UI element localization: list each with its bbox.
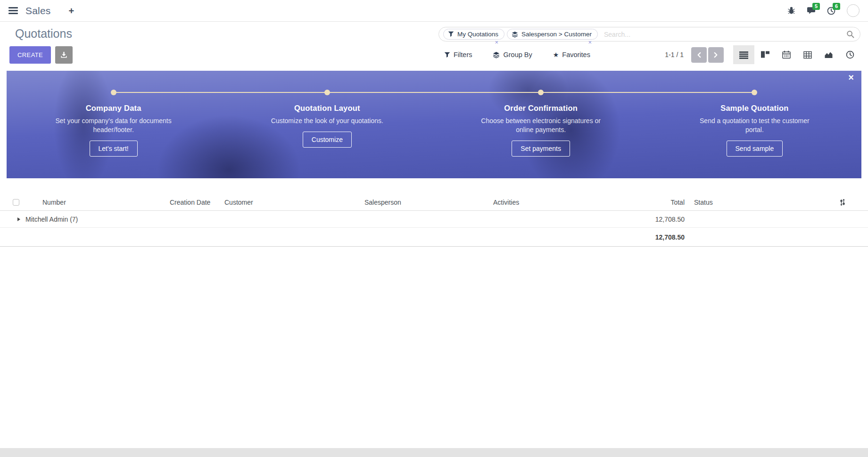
pager-previous-button[interactable] bbox=[691, 47, 707, 63]
filters-label: Filters bbox=[454, 51, 472, 58]
favorites-label: Favorites bbox=[562, 51, 590, 58]
step-description: Set your company's data for documents he… bbox=[50, 116, 177, 134]
column-header-salesperson[interactable]: Salesperson bbox=[364, 199, 493, 206]
facet-label: Salesperson > Customer bbox=[521, 31, 592, 38]
step-dot bbox=[324, 90, 330, 95]
chevron-right-icon bbox=[713, 52, 719, 58]
onboarding-step-sample-quotation: Sample Quotation Send a quotation to tes… bbox=[648, 71, 861, 178]
view-switcher bbox=[733, 45, 860, 64]
list-view-button[interactable] bbox=[733, 45, 754, 64]
search-facet-groupby[interactable]: Salesperson > Customer × bbox=[507, 29, 598, 40]
app-name[interactable]: Sales bbox=[25, 5, 51, 17]
favorites-button[interactable]: ★ Favorites bbox=[553, 51, 590, 58]
step-dot bbox=[538, 90, 544, 95]
column-header-activities[interactable]: Activities bbox=[493, 199, 639, 206]
filter-icon bbox=[444, 52, 450, 58]
onboarding-banner: Company Data Set your company's data for… bbox=[7, 71, 861, 178]
facet-remove-icon[interactable]: × bbox=[588, 39, 592, 45]
download-icon bbox=[60, 51, 67, 58]
sum-total: 12,708.50 bbox=[639, 233, 685, 241]
customize-button[interactable]: Customize bbox=[303, 132, 352, 148]
graph-view-icon bbox=[824, 51, 833, 58]
calendar-view-button[interactable] bbox=[776, 45, 797, 64]
layers-icon bbox=[512, 31, 518, 38]
messages-badge: 5 bbox=[812, 3, 820, 10]
star-icon: ★ bbox=[553, 51, 559, 58]
step-dot bbox=[111, 90, 116, 95]
activity-clock-icon bbox=[846, 50, 854, 59]
debug-bug-icon[interactable] bbox=[787, 7, 795, 15]
onboarding-step-order-confirmation: Order Confirmation Choose between electr… bbox=[434, 71, 648, 178]
filter-icon bbox=[448, 31, 454, 37]
column-header-number[interactable]: Number bbox=[26, 199, 170, 206]
group-by-label: Group By bbox=[503, 51, 532, 58]
quotations-list: Number Creation Date Customer Salesperso… bbox=[0, 194, 868, 247]
bottom-strip bbox=[0, 448, 868, 457]
facet-label: My Quotations bbox=[457, 31, 498, 38]
group-by-button[interactable]: Group By bbox=[493, 51, 532, 58]
pager-next-button[interactable] bbox=[708, 47, 724, 63]
step-title: Order Confirmation bbox=[434, 104, 648, 113]
select-all-checkbox[interactable] bbox=[13, 199, 19, 206]
group-row-mitchell-admin[interactable]: Mitchell Admin (7) 12,708.50 bbox=[0, 211, 868, 228]
kanban-view-icon bbox=[761, 51, 769, 59]
search-icon[interactable] bbox=[846, 30, 854, 38]
filters-button[interactable]: Filters bbox=[444, 51, 472, 58]
graph-view-button[interactable] bbox=[818, 45, 839, 64]
search-bar[interactable]: My Quotations × Salesperson > Customer × bbox=[438, 27, 860, 42]
pager: 1-1 / 1 bbox=[665, 47, 724, 63]
plus-icon[interactable]: + bbox=[69, 6, 74, 16]
step-description: Choose between electronic signatures or … bbox=[477, 116, 604, 134]
step-title: Sample Quotation bbox=[648, 104, 861, 113]
user-avatar[interactable] bbox=[847, 4, 860, 17]
close-icon[interactable]: × bbox=[848, 73, 854, 82]
column-header-customer[interactable]: Customer bbox=[224, 199, 364, 206]
column-header-total[interactable]: Total bbox=[639, 199, 685, 206]
group-label: Mitchell Admin (7) bbox=[25, 216, 78, 223]
onboarding-step-quotation-layout: Quotation Layout Customize the look of y… bbox=[220, 71, 434, 178]
kanban-view-button[interactable] bbox=[754, 45, 776, 64]
pivot-view-button[interactable] bbox=[797, 45, 818, 64]
lets-start-button[interactable]: Let's start! bbox=[90, 141, 138, 157]
search-input[interactable] bbox=[600, 31, 846, 38]
column-header-creation-date[interactable]: Creation Date bbox=[170, 199, 224, 206]
pivot-view-icon bbox=[803, 51, 812, 59]
activity-view-button[interactable] bbox=[839, 45, 860, 64]
list-view-icon bbox=[739, 51, 748, 59]
list-sum-row: 12,708.50 bbox=[0, 228, 868, 247]
create-button[interactable]: CREATE bbox=[9, 46, 51, 64]
activities-clock-icon[interactable]: 6 bbox=[827, 7, 835, 15]
step-title: Company Data bbox=[7, 104, 220, 113]
calendar-view-icon bbox=[782, 50, 791, 59]
onboarding-step-company-data: Company Data Set your company's data for… bbox=[7, 71, 220, 178]
pager-value: 1-1 / 1 bbox=[665, 51, 684, 58]
step-description: Send a quotation to test the customer po… bbox=[691, 116, 818, 134]
apps-menu-icon[interactable] bbox=[8, 7, 18, 14]
top-navbar: Sales + 5 6 bbox=[0, 0, 868, 22]
set-payments-button[interactable]: Set payments bbox=[512, 141, 570, 157]
send-sample-button[interactable]: Send sample bbox=[727, 141, 783, 157]
group-total: 12,708.50 bbox=[639, 216, 685, 223]
step-description: Customize the look of your quotations. bbox=[264, 116, 391, 125]
layers-icon bbox=[493, 51, 500, 58]
facet-remove-icon[interactable]: × bbox=[495, 39, 498, 45]
step-title: Quotation Layout bbox=[220, 104, 434, 113]
messages-icon[interactable]: 5 bbox=[807, 7, 816, 15]
control-panel: Quotations My Quotations × Salesperson >… bbox=[0, 22, 868, 71]
optional-columns-button[interactable] bbox=[765, 199, 868, 206]
list-header-row: Number Creation Date Customer Salesperso… bbox=[0, 194, 868, 211]
group-expand-caret-icon[interactable] bbox=[17, 217, 20, 221]
sliders-icon bbox=[839, 199, 846, 206]
step-dot bbox=[752, 90, 757, 95]
activities-badge: 6 bbox=[833, 3, 840, 10]
chevron-left-icon bbox=[696, 52, 702, 58]
page-title: Quotations bbox=[9, 27, 72, 41]
export-button[interactable] bbox=[55, 46, 73, 64]
column-header-status[interactable]: Status bbox=[685, 199, 765, 206]
search-facet-my-quotations[interactable]: My Quotations × bbox=[443, 29, 504, 40]
